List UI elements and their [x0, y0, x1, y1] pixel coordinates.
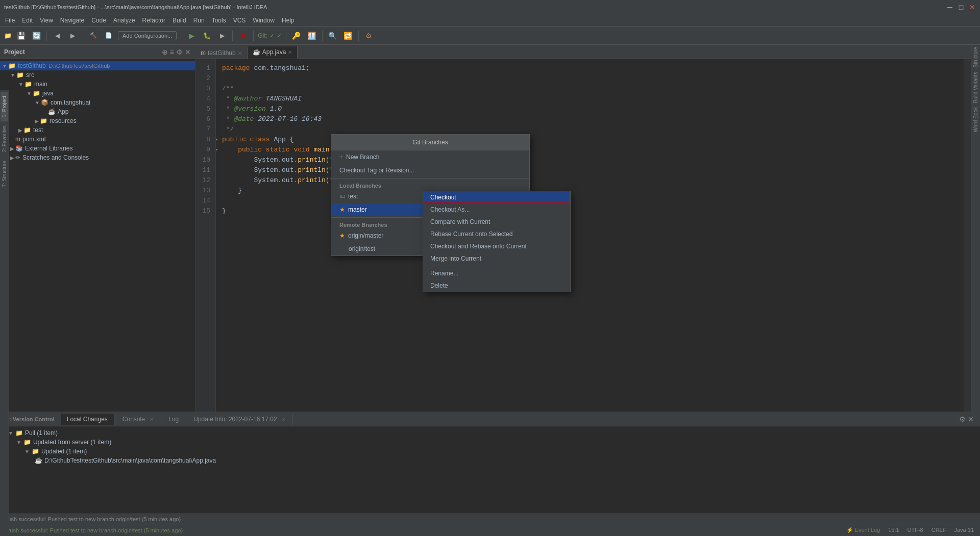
- tree-item-main[interactable]: ▼ 📁 main: [0, 80, 195, 89]
- menu-edit[interactable]: Edit: [19, 16, 36, 25]
- replace-button[interactable]: 🔁: [342, 30, 354, 42]
- bottom-tab-updateinfo[interactable]: Update Info: 2022-07-16 17:02 ✕: [187, 414, 292, 425]
- right-tab-structure[interactable]: Structure: [972, 45, 979, 70]
- tree-item-test[interactable]: ▶ 📁 test: [0, 125, 195, 135]
- code-line-5: * @version 1.0: [222, 104, 958, 114]
- menu-view[interactable]: View: [37, 16, 56, 25]
- tree-item-resources[interactable]: ▶ 📁 resources: [0, 116, 195, 125]
- bottom-tab-localchanges[interactable]: Local Changes: [61, 414, 114, 425]
- ctx-checkout-rebase[interactable]: Checkout and Rebase onto Current: [423, 240, 570, 252]
- code-line-3: /**: [222, 84, 958, 94]
- tree-item-app[interactable]: ▶ ☕ App: [0, 107, 195, 116]
- menu-tools[interactable]: Tools: [209, 16, 229, 25]
- left-tab-favorites[interactable]: 2: Favorites: [1, 121, 8, 156]
- right-tab-build[interactable]: Build Variants: [972, 70, 979, 105]
- key-button[interactable]: 🔑: [290, 30, 303, 42]
- tree-item-java[interactable]: ▼ 📁 java: [0, 89, 195, 98]
- save-button[interactable]: 💾: [15, 30, 27, 42]
- ln-7: 7: [195, 124, 213, 135]
- status-event-log[interactable]: ⚡ Event Log: [846, 527, 880, 533]
- tree-item-root[interactable]: ▼ 📁 testGithub D:\GithubTest\testGithub: [0, 61, 195, 70]
- tree-label-test: test: [33, 126, 43, 134]
- project-icon: 📁: [4, 32, 12, 39]
- libs-icon: 📚: [15, 145, 23, 152]
- run-button[interactable]: ▶: [185, 30, 198, 42]
- menu-refactor[interactable]: Refactor: [139, 16, 168, 25]
- bottom-close-btn[interactable]: ✕: [968, 415, 974, 423]
- right-tab-wordbook[interactable]: Word Book: [972, 105, 979, 134]
- ctx-compare-current[interactable]: Compare with Current: [423, 216, 570, 228]
- code-content[interactable]: package com.tangshuai; /** * @author TAN…: [216, 59, 964, 412]
- back-button[interactable]: ◀: [51, 30, 63, 42]
- add-config-button[interactable]: Add Configuration...: [118, 31, 177, 40]
- tab-appjava[interactable]: ☕ App.java ✕: [248, 46, 298, 59]
- checkout-tag-item[interactable]: Checkout Tag or Revision...: [331, 164, 529, 177]
- stop-button[interactable]: ■: [237, 30, 249, 42]
- vc-item-updated-server[interactable]: ▼ 📁 Updated from server (1 item): [0, 438, 980, 447]
- tree-item-src[interactable]: ▼ 📁 src: [0, 70, 195, 80]
- menu-build[interactable]: Build: [169, 16, 189, 25]
- left-tab-project[interactable]: 1: Project: [1, 92, 8, 121]
- tab-testgithub[interactable]: m testGithub ✕: [195, 47, 248, 59]
- menu-run[interactable]: Run: [190, 16, 208, 25]
- forward-button[interactable]: ▶: [66, 30, 79, 42]
- panel-settings-btn[interactable]: ⚙: [176, 48, 183, 56]
- vc-item-appjava[interactable]: ☕ D:\GithubTest\testGithub\src\main\java…: [0, 456, 980, 465]
- panel-sync-btn[interactable]: ⊕: [162, 48, 168, 56]
- menu-analyze[interactable]: Analyze: [110, 16, 138, 25]
- vc-item-updated[interactable]: ▼ 📁 Updated (1 item): [0, 447, 980, 456]
- vc-item-pull[interactable]: ▼ 📁 Pull (1 item): [0, 428, 980, 438]
- toolbar: 📁 💾 🔄 ◀ ▶ 🔨 📄 Add Configuration... ▶ 🐛 ▶…: [0, 27, 980, 45]
- menu-navigate[interactable]: Navigate: [57, 16, 87, 25]
- ctx-checkout-label: Checkout: [430, 194, 456, 201]
- left-tab-structure[interactable]: 7: Structure: [1, 157, 8, 191]
- bottom-tab-log[interactable]: Log: [162, 414, 185, 425]
- minimize-button[interactable]: ─: [946, 4, 953, 11]
- tab-testgithub-close[interactable]: ✕: [238, 50, 242, 56]
- build-button[interactable]: 🔨: [87, 30, 100, 42]
- maximize-button[interactable]: □: [958, 4, 965, 11]
- panel-close-btn[interactable]: ✕: [185, 48, 191, 56]
- status-line-col: 15:1: [888, 527, 899, 533]
- console-close[interactable]: ✕: [150, 417, 154, 422]
- vc-folder-updated: 📁: [32, 448, 39, 455]
- tree-item-scratches[interactable]: ▶ ✏ Scratches and Consoles: [0, 153, 195, 162]
- ctx-checkout[interactable]: Checkout: [423, 191, 570, 203]
- tree-item-ext-libs[interactable]: ▶ 📚 External Libraries: [0, 144, 195, 153]
- new-branch-item[interactable]: + New Branch: [331, 150, 529, 164]
- right-scrollbar[interactable]: [964, 59, 971, 412]
- ln-13: 13: [195, 186, 213, 196]
- ln-12: 12: [195, 175, 213, 186]
- menu-help[interactable]: Help: [279, 16, 298, 25]
- close-button[interactable]: ✕: [969, 4, 976, 11]
- menu-file[interactable]: File: [2, 16, 18, 25]
- branch-master-label: master: [348, 206, 367, 213]
- file-button[interactable]: 📄: [103, 30, 115, 42]
- panel-collapse-btn[interactable]: ≡: [170, 48, 174, 56]
- tree-item-package[interactable]: ▼ 📦 com.tangshuai: [0, 98, 195, 107]
- menu-code[interactable]: Code: [88, 16, 109, 25]
- settings-button[interactable]: ⚙: [363, 30, 375, 42]
- root-folder-icon: 📁: [8, 62, 16, 69]
- tree-label-src: src: [26, 71, 34, 79]
- ctx-rename[interactable]: Rename...: [423, 267, 570, 279]
- tree-arrow-test: ▶: [18, 127, 22, 133]
- debug-button[interactable]: 🐛: [201, 30, 213, 42]
- menu-vcs[interactable]: VCS: [230, 16, 249, 25]
- ctx-merge-into[interactable]: Merge into Current: [423, 252, 570, 265]
- updateinfo-close[interactable]: ✕: [282, 417, 286, 422]
- ctx-delete[interactable]: Delete: [423, 279, 570, 292]
- search-button[interactable]: 🔍: [327, 30, 339, 42]
- ctx-checkout-as[interactable]: Checkout As...: [423, 203, 570, 216]
- menu-window[interactable]: Window: [250, 16, 278, 25]
- run-with-coverage[interactable]: ▶: [216, 30, 228, 42]
- tree-item-pom[interactable]: ▶ m pom.xml: [0, 135, 195, 144]
- ctx-rebase-current[interactable]: Rebase Current onto Selected: [423, 228, 570, 240]
- bottom-settings-btn[interactable]: ⚙: [959, 415, 966, 423]
- git-window-button[interactable]: 🪟: [306, 30, 318, 42]
- plus-icon: +: [339, 154, 343, 161]
- sync-button[interactable]: 🔄: [30, 30, 42, 42]
- tab-appjava-close[interactable]: ✕: [288, 49, 292, 55]
- ctx-merge-label: Merge into Current: [430, 255, 481, 262]
- bottom-tab-console[interactable]: Console ✕: [116, 414, 160, 425]
